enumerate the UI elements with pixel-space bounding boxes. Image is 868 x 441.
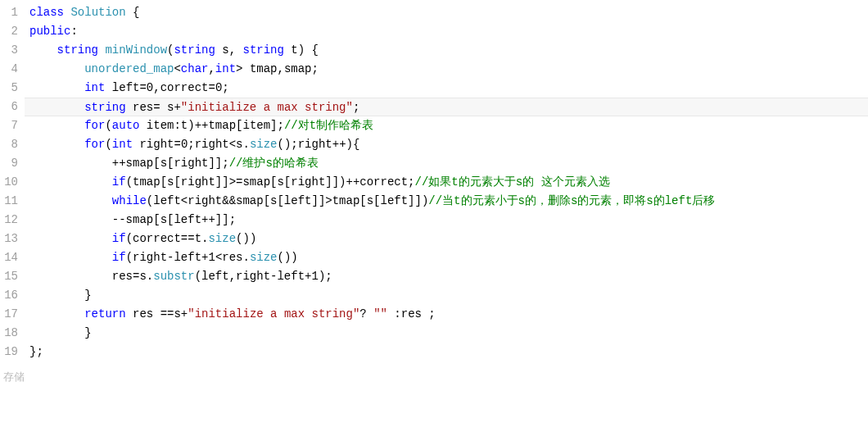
code-token: );: [319, 270, 332, 283]
keyword-token: for: [84, 119, 105, 132]
line-number: 12: [3, 211, 18, 230]
line-number: 1: [3, 3, 18, 22]
code-line[interactable]: if(right-left+1<res.size()): [25, 248, 868, 267]
code-token: item:t)++tmap[item];: [139, 119, 283, 132]
keyword-token: while: [112, 194, 147, 207]
code-token: [29, 101, 84, 114]
code-token: :: [70, 25, 77, 38]
comment-token: //当t的元素小于s的，删除s的元素，即将s的left后移: [428, 194, 715, 207]
code-token: ,correct=: [153, 81, 215, 94]
code-token: (: [105, 138, 111, 151]
code-line[interactable]: }: [25, 324, 868, 343]
code-editor: 12345678910111213141516171819 class Solu…: [0, 0, 868, 365]
line-number: 16: [3, 286, 18, 305]
code-token: [29, 251, 112, 264]
code-token: [29, 138, 84, 151]
code-token: <: [174, 62, 180, 75]
code-token: s,: [215, 43, 243, 57]
code-token: <res.: [215, 251, 250, 264]
code-token: substr: [153, 270, 194, 283]
code-line[interactable]: for(int right=0;right<s.size();right++){: [25, 135, 868, 154]
code-token: right=: [133, 138, 181, 151]
line-number: 8: [3, 135, 18, 154]
code-token: ;: [222, 81, 228, 94]
keyword-token: string: [243, 43, 284, 57]
code-token: :res ;: [387, 307, 436, 321]
code-token: (: [105, 119, 111, 132]
code-token: res ==s+: [126, 307, 188, 321]
keyword-token: string: [174, 43, 215, 57]
line-number: 7: [3, 116, 18, 135]
code-token: 1: [311, 270, 318, 283]
code-token: Solution: [70, 6, 125, 19]
code-line[interactable]: --smap[s[left++]];: [25, 211, 868, 230]
string-token: "": [373, 307, 387, 321]
footer-status: 存储: [0, 365, 868, 389]
code-token: ();right++){: [278, 138, 360, 151]
code-token: (tmap[s[right]]>=smap[s[right]])++correc…: [126, 175, 415, 189]
line-number: 14: [3, 248, 18, 267]
line-number: 2: [3, 22, 18, 41]
keyword-token: if: [112, 232, 126, 245]
code-token: size: [250, 138, 278, 151]
line-number: 17: [3, 305, 18, 324]
code-line[interactable]: if(tmap[s[right]]>=smap[s[right]])++corr…: [25, 173, 868, 192]
keyword-token: int: [215, 62, 236, 75]
line-number-gutter: 12345678910111213141516171819: [0, 0, 25, 365]
code-line[interactable]: }: [25, 286, 868, 305]
code-area[interactable]: class Solution {public: string minWindow…: [25, 0, 868, 365]
code-token: unordered_map: [84, 62, 174, 75]
code-token: [29, 194, 112, 207]
code-token: {: [126, 6, 140, 19]
keyword-token: int: [84, 81, 105, 94]
comment-token: //如果t的元素大于s的 这个元素入选: [415, 175, 610, 189]
code-line[interactable]: int left=0,correct=0;: [25, 79, 868, 98]
code-token: left=: [105, 81, 146, 94]
string-token: "initialize a max string": [188, 307, 359, 321]
code-line[interactable]: return res ==s+"initialize a max string"…: [25, 305, 868, 324]
line-number: 3: [3, 41, 18, 60]
line-number: 11: [3, 192, 18, 211]
code-line[interactable]: res=s.substr(left,right-left+1);: [25, 267, 868, 286]
code-token: (left<right&&smap[s[left]]>tmap[s[left]]…: [147, 194, 428, 207]
code-token: [29, 119, 84, 132]
line-number: 15: [3, 267, 18, 286]
code-line[interactable]: class Solution {: [25, 3, 868, 22]
code-line[interactable]: };: [25, 343, 868, 361]
line-number: 5: [3, 79, 18, 98]
code-token: ?: [359, 307, 373, 321]
code-token: ++smap[s[right]];: [29, 157, 229, 170]
keyword-token: char: [181, 62, 209, 75]
code-line[interactable]: unordered_map<char,int> tmap,smap;: [25, 60, 868, 79]
code-token: (right-left+: [126, 251, 209, 264]
code-line[interactable]: string minWindow(string s, string t) {: [25, 41, 868, 60]
code-line[interactable]: for(auto item:t)++tmap[item];//对t制作哈希表: [25, 116, 868, 135]
code-token: > tmap,smap;: [236, 62, 319, 75]
code-token: [29, 175, 112, 189]
code-token: [29, 62, 84, 75]
footer-label: 存储: [3, 371, 25, 384]
code-token: size: [250, 251, 278, 264]
line-number: 4: [3, 60, 18, 79]
keyword-token: if: [112, 175, 126, 189]
code-line[interactable]: public:: [25, 22, 868, 41]
code-token: (left,right-left+: [195, 270, 312, 283]
code-token: res= s+: [126, 101, 181, 114]
keyword-token: string: [57, 43, 98, 57]
keyword-token: return: [84, 307, 125, 321]
code-line[interactable]: string res= s+"initialize a max string";: [25, 98, 868, 116]
code-token: [29, 43, 57, 57]
code-line[interactable]: if(correct==t.size()): [25, 230, 868, 248]
string-token: "initialize a max string": [181, 101, 353, 114]
line-number: 6: [3, 98, 18, 116]
code-token: res=s.: [29, 270, 153, 283]
code-line[interactable]: while(left<right&&smap[s[left]]>tmap[s[l…: [25, 192, 868, 211]
code-token: (correct==t.: [126, 232, 209, 245]
line-number: 13: [3, 230, 18, 248]
code-token: ,: [208, 62, 215, 75]
keyword-token: string: [84, 101, 125, 114]
line-number: 18: [3, 324, 18, 343]
keyword-token: for: [84, 138, 105, 151]
code-token: size: [208, 232, 236, 245]
code-line[interactable]: ++smap[s[right]];//维护s的哈希表: [25, 154, 868, 173]
